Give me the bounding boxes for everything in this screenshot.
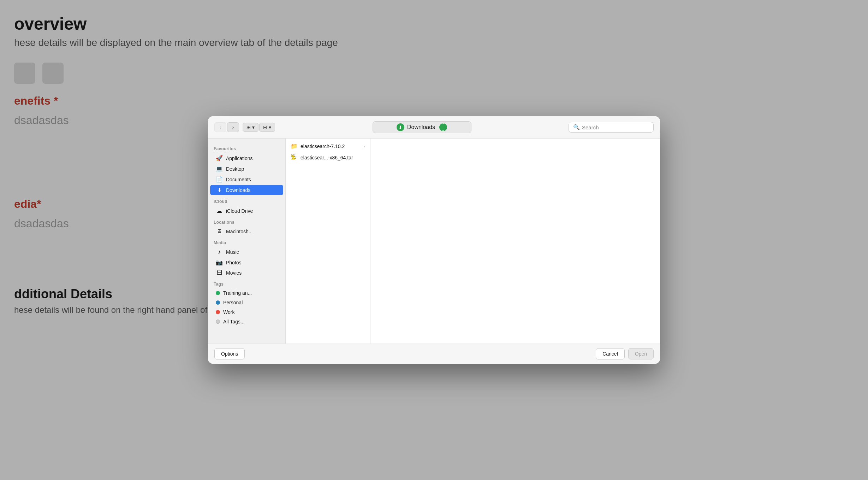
downloads-icon: ⬇ [216, 187, 223, 193]
tag-dot-personal [216, 300, 220, 305]
footer-left: Options [214, 348, 245, 359]
tag-dot-training [216, 291, 220, 295]
sidebar-item-label-movies: Movies [226, 270, 242, 276]
folder-icon: 📁 [291, 143, 298, 150]
documents-icon: 📄 [216, 176, 223, 183]
downloads-folder-icon: ⬇ [397, 123, 404, 131]
file-list-panel: 📁 elasticsearch-7.10.2 › 🗜 elasticsear..… [286, 139, 370, 344]
movies-icon: 🎞 [216, 270, 223, 276]
sidebar: Favourites 🚀 Applications 💻 Desktop 📄 Do… [208, 139, 286, 344]
file-pane: 📁 elasticsearch-7.10.2 › 🗜 elasticsear..… [286, 139, 660, 344]
sidebar-item-label-work: Work [223, 309, 234, 315]
sidebar-item-tag-training[interactable]: Training an... [210, 288, 283, 298]
dialog-content: Favourites 🚀 Applications 💻 Desktop 📄 Do… [208, 139, 660, 344]
file-item-elasticsearch-tar[interactable]: 🗜 elasticsear...-x86_64.tar [286, 152, 370, 163]
tags-section-header: Tags [208, 278, 285, 288]
sidebar-item-label-downloads: Downloads [226, 187, 250, 193]
grid-chevron: ▾ [269, 124, 271, 130]
sidebar-item-label-icloud-drive: iCloud Drive [226, 208, 253, 214]
sidebar-item-tag-personal[interactable]: Personal [210, 298, 283, 307]
columns-chevron: ▾ [252, 124, 255, 130]
applications-icon: 🚀 [216, 155, 223, 162]
search-input[interactable] [582, 124, 649, 130]
sidebar-item-tag-all[interactable]: All Tags... [210, 317, 283, 326]
desktop-icon: 💻 [216, 165, 223, 172]
columns-icon: ⊞ [246, 124, 251, 130]
sidebar-item-movies[interactable]: 🎞 Movies [210, 268, 283, 278]
sidebar-item-label-desktop: Desktop [226, 166, 244, 172]
sidebar-item-label-personal: Personal [223, 300, 243, 305]
archive-icon: 🗜 [291, 154, 298, 161]
location-name: Downloads [407, 124, 435, 130]
cancel-button[interactable]: Cancel [596, 348, 625, 359]
dialog-footer: Options Cancel Open [208, 344, 660, 364]
media-section-header: Media [208, 237, 285, 247]
view-columns-button[interactable]: ⊞ ▾ [243, 123, 258, 132]
file-item-name-elasticsearch-folder: elasticsearch-7.10.2 [301, 144, 361, 149]
file-picker-dialog: ‹ › ⊞ ▾ ⊟ ▾ ⬇ Downloads ⌃⌄ [208, 116, 660, 364]
sidebar-item-label-documents: Documents [226, 177, 251, 182]
file-item-elasticsearch-folder[interactable]: 📁 elasticsearch-7.10.2 › [286, 141, 370, 152]
search-icon: 🔍 [573, 124, 580, 130]
location-chevron-icon: ⌃⌄ [439, 123, 447, 131]
open-button[interactable]: Open [628, 348, 654, 359]
sidebar-item-downloads[interactable]: ⬇ Downloads [210, 185, 283, 195]
music-icon: ♪ [216, 249, 223, 255]
location-pill[interactable]: ⬇ Downloads ⌃⌄ [373, 121, 471, 133]
grid-icon: ⊟ [263, 124, 267, 130]
tag-dot-all [216, 320, 220, 324]
tag-dot-work [216, 310, 220, 314]
sidebar-item-label-music: Music [226, 249, 239, 255]
forward-button[interactable]: › [227, 122, 239, 132]
sidebar-item-label-all-tags: All Tags... [223, 319, 244, 324]
options-button[interactable]: Options [214, 348, 245, 359]
sidebar-item-documents[interactable]: 📄 Documents [210, 174, 283, 185]
modal-overlay: ‹ › ⊞ ▾ ⊟ ▾ ⬇ Downloads ⌃⌄ [0, 0, 868, 480]
macintosh-icon: 🖥 [216, 228, 223, 235]
sidebar-item-label-macintosh: Macintosh... [226, 229, 252, 234]
sidebar-item-desktop[interactable]: 💻 Desktop [210, 164, 283, 174]
sidebar-item-label-photos: Photos [226, 260, 242, 265]
sidebar-item-music[interactable]: ♪ Music [210, 247, 283, 257]
sidebar-item-label-applications: Applications [226, 156, 253, 161]
sidebar-item-label-training: Training an... [223, 290, 252, 296]
search-box[interactable]: 🔍 [569, 122, 654, 133]
footer-right: Cancel Open [596, 348, 654, 359]
sidebar-item-tag-work[interactable]: Work [210, 308, 283, 317]
sidebar-item-macintosh[interactable]: 🖥 Macintosh... [210, 227, 283, 236]
file-item-chevron: › [364, 144, 365, 148]
nav-btn-group: ‹ › [214, 122, 239, 132]
file-item-name-elasticsearch-tar: elasticsear...-x86_64.tar [301, 155, 365, 160]
sidebar-item-applications[interactable]: 🚀 Applications [210, 153, 283, 163]
photos-icon: 📷 [216, 259, 223, 266]
back-button[interactable]: ‹ [214, 122, 226, 132]
detail-panel [370, 139, 660, 344]
favourites-section-header: Favourites [208, 143, 285, 153]
location-bar: ⬇ Downloads ⌃⌄ [279, 121, 565, 133]
sidebar-item-icloud-drive[interactable]: ☁ iCloud Drive [210, 206, 283, 216]
view-grid-button[interactable]: ⊟ ▾ [259, 123, 275, 132]
view-btn-group: ⊞ ▾ ⊟ ▾ [243, 123, 275, 132]
icloud-section-header: iCloud [208, 195, 285, 205]
dialog-toolbar: ‹ › ⊞ ▾ ⊟ ▾ ⬇ Downloads ⌃⌄ [208, 116, 660, 139]
icloud-icon: ☁ [216, 207, 223, 214]
locations-section-header: Locations [208, 216, 285, 226]
sidebar-item-photos[interactable]: 📷 Photos [210, 257, 283, 268]
